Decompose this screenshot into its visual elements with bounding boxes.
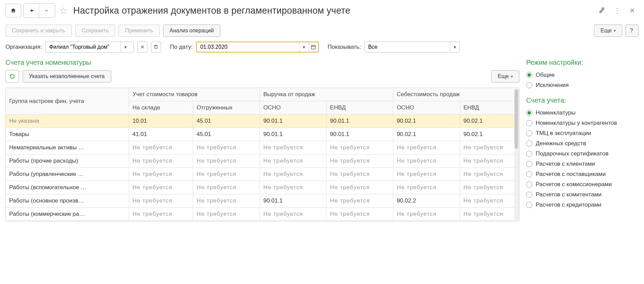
- col-prime-osno[interactable]: ОСНО: [393, 101, 460, 115]
- cell-rev_envd[interactable]: Не требуется: [327, 181, 393, 194]
- account-option[interactable]: Расчетов с клиентами: [526, 159, 639, 169]
- fill-empty-accounts-button[interactable]: Указать незаполненные счета: [22, 70, 111, 83]
- cell-name[interactable]: Товары: [6, 128, 129, 141]
- home-button[interactable]: [5, 4, 21, 17]
- cell-prime_osno[interactable]: 90.02.2: [393, 194, 460, 208]
- cell-rev_osno[interactable]: 90.01.1: [260, 194, 327, 208]
- cell-shipped[interactable]: Не требуется: [193, 181, 260, 194]
- cell-prime_envd[interactable]: Не требуется: [460, 208, 519, 221]
- save-close-button[interactable]: Сохранить и закрыть: [5, 25, 72, 37]
- cell-name[interactable]: Нематериальные активы …: [6, 141, 129, 154]
- col-cost-group[interactable]: Учет стоимости товаров: [129, 88, 260, 101]
- calendar-icon[interactable]: [309, 42, 318, 52]
- cell-prime_envd[interactable]: 90.02.1: [460, 128, 519, 141]
- cell-prime_osno[interactable]: Не требуется: [393, 181, 460, 194]
- table-row[interactable]: Товары41.0145.0190.01.190.01.190.02.190.…: [6, 128, 519, 141]
- help-button[interactable]: ?: [626, 25, 639, 37]
- save-button[interactable]: Сохранить: [75, 25, 115, 37]
- cell-shipped[interactable]: Не требуется: [193, 154, 260, 168]
- account-option[interactable]: Денежных средств: [526, 138, 639, 149]
- cell-stock[interactable]: Не требуется: [129, 154, 193, 168]
- cell-prime_envd[interactable]: Не требуется: [460, 168, 519, 181]
- cell-rev_osno[interactable]: Не требуется: [260, 154, 327, 168]
- table-row[interactable]: Нематериальные активы …Не требуетсяНе тр…: [6, 141, 519, 154]
- cell-rev_osno[interactable]: Не требуется: [260, 141, 327, 154]
- cell-rev_envd[interactable]: Не требуется: [327, 168, 393, 181]
- cell-rev_envd[interactable]: 90.01.1: [327, 115, 393, 128]
- analyze-operations-button[interactable]: Анализ операций: [163, 25, 220, 37]
- col-cost-stock[interactable]: На складе: [129, 101, 193, 115]
- table-row[interactable]: Работы (коммерческие ра…Не требуетсяНе т…: [6, 208, 519, 221]
- show-dropdown-icon[interactable]: ▾: [450, 42, 459, 52]
- account-option[interactable]: Подарочных сертификатов: [526, 149, 639, 159]
- kebab-menu-icon[interactable]: ⋮: [610, 6, 624, 15]
- apply-button[interactable]: Применить: [119, 25, 160, 37]
- account-option[interactable]: Номенклатуры у контрагентов: [526, 118, 639, 128]
- cell-prime_osno[interactable]: Не требуется: [393, 154, 460, 168]
- org-clear-button[interactable]: ✕: [137, 42, 147, 53]
- cell-name[interactable]: Работы (коммерческие ра…: [6, 208, 129, 221]
- account-option[interactable]: Расчетов с кредиторами: [526, 200, 639, 210]
- more-button[interactable]: Еще: [594, 25, 622, 37]
- close-icon[interactable]: ✕: [626, 6, 639, 15]
- back-button[interactable]: [23, 4, 39, 17]
- cell-name[interactable]: Работы (прочие расходы): [6, 154, 129, 168]
- cell-shipped[interactable]: Не требуется: [193, 208, 260, 221]
- cell-stock[interactable]: 41.01: [129, 128, 193, 141]
- col-cost-shipped[interactable]: Отгруженных: [193, 101, 260, 115]
- org-open-button[interactable]: [151, 42, 161, 53]
- cell-rev_osno[interactable]: 90.01.1: [260, 128, 327, 141]
- cell-prime_envd[interactable]: 90.02.1: [460, 115, 519, 128]
- cell-prime_osno[interactable]: Не требуется: [393, 141, 460, 154]
- cell-prime_osno[interactable]: Не требуется: [393, 208, 460, 221]
- cell-prime_envd[interactable]: Не требуется: [460, 141, 519, 154]
- favorite-star-icon[interactable]: ☆: [59, 5, 68, 16]
- forward-button[interactable]: [39, 4, 55, 17]
- table-row[interactable]: Работы (прочие расходы)Не требуетсяНе тр…: [6, 154, 519, 168]
- cell-stock[interactable]: Не требуется: [129, 141, 193, 154]
- cell-rev_envd[interactable]: Не требуется: [327, 141, 393, 154]
- table-row[interactable]: Работы (основное произв…Не требуетсяНе т…: [6, 194, 519, 208]
- col-group[interactable]: Группа настроек фин. учета: [6, 88, 129, 115]
- show-field[interactable]: ▾: [364, 42, 460, 53]
- org-input[interactable]: [46, 42, 121, 52]
- date-input[interactable]: [197, 42, 299, 52]
- cell-shipped[interactable]: Не требуется: [193, 194, 260, 208]
- cell-stock[interactable]: Не требуется: [129, 208, 193, 221]
- cell-rev_envd[interactable]: Не требуется: [327, 154, 393, 168]
- account-option[interactable]: Расчетов с комитентами: [526, 190, 639, 200]
- cell-rev_osno[interactable]: Не требуется: [260, 208, 327, 221]
- table-row[interactable]: Работы (вспомогательное …Не требуетсяНе …: [6, 181, 519, 194]
- account-option[interactable]: ТМЦ в эксплуатации: [526, 128, 639, 138]
- account-option[interactable]: Расчетов с комиссионерами: [526, 179, 639, 190]
- org-field[interactable]: ▾: [45, 42, 134, 53]
- cell-name[interactable]: Работы (управленческие …: [6, 168, 129, 181]
- account-option[interactable]: Расчетов с поставщиками: [526, 169, 639, 179]
- cell-prime_osno[interactable]: 90.02.1: [393, 128, 460, 141]
- table-row[interactable]: Работы (управленческие …Не требуетсяНе т…: [6, 168, 519, 181]
- cell-stock[interactable]: Не требуется: [129, 168, 193, 181]
- col-prime-envd[interactable]: ЕНВД: [460, 101, 519, 115]
- show-input[interactable]: [365, 42, 450, 52]
- cell-prime_osno[interactable]: Не требуется: [393, 168, 460, 181]
- cell-prime_osno[interactable]: 90.02.1: [393, 115, 460, 128]
- section-more-button[interactable]: Еще: [491, 70, 519, 83]
- date-dropdown-icon[interactable]: ▾: [299, 42, 309, 52]
- cell-rev_envd[interactable]: 90.01.1: [327, 128, 393, 141]
- account-option[interactable]: Номенклатуры: [526, 108, 639, 118]
- cell-prime_envd[interactable]: Не требуется: [460, 154, 519, 168]
- vertical-scrollbar[interactable]: [514, 89, 518, 220]
- cell-prime_envd[interactable]: Не требуется: [460, 194, 519, 208]
- refresh-button[interactable]: [5, 70, 19, 83]
- mode-option[interactable]: Исключения: [526, 80, 639, 90]
- cell-rev_envd[interactable]: Не требуется: [327, 208, 393, 221]
- col-prime-group[interactable]: Себестоимость продаж: [393, 88, 519, 101]
- cell-shipped[interactable]: 45.01: [193, 115, 260, 128]
- mode-option[interactable]: Общие: [526, 70, 639, 80]
- cell-name[interactable]: Работы (основное произв…: [6, 194, 129, 208]
- cell-stock[interactable]: Не требуется: [129, 181, 193, 194]
- cell-shipped[interactable]: Не требуется: [193, 168, 260, 181]
- cell-stock[interactable]: 10.01: [129, 115, 193, 128]
- cell-rev_envd[interactable]: Не требуется: [327, 194, 393, 208]
- cell-rev_osno[interactable]: Не требуется: [260, 181, 327, 194]
